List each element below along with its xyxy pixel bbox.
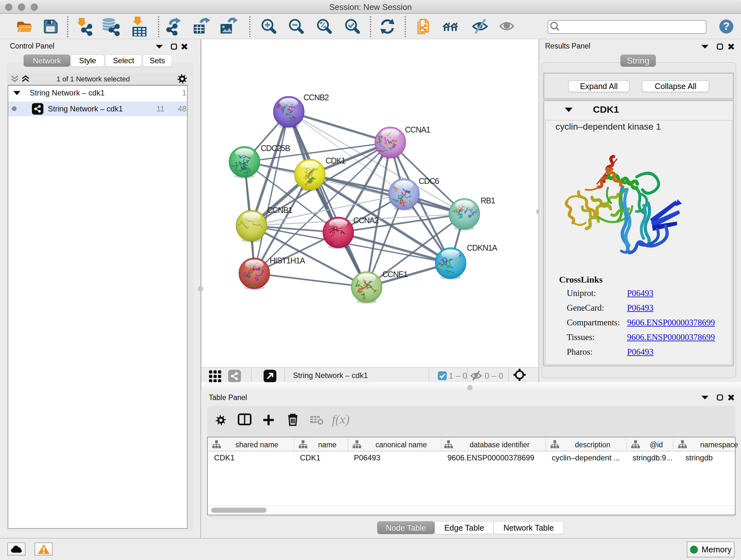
svg-text:?: ? — [723, 20, 730, 32]
